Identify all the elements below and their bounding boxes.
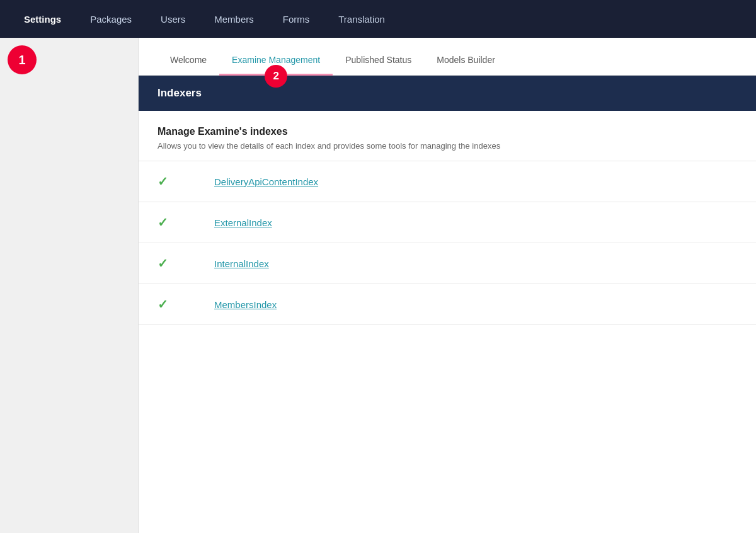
- indexers-header: Indexers: [139, 76, 756, 111]
- table-row: ✓ DeliveryApiContentIndex: [139, 161, 756, 202]
- sidebar-step-badge: 1: [8, 45, 37, 74]
- manage-description: Allows you to view the details of each i…: [158, 141, 737, 151]
- nav-item-translation[interactable]: Translation: [327, 9, 396, 30]
- tab-nav: Welcome Examine Management 2 Published S…: [139, 38, 756, 76]
- tab-welcome[interactable]: Welcome: [158, 46, 219, 76]
- main-layout: 1 Welcome Examine Management 2 Published…: [0, 38, 756, 533]
- nav-item-users[interactable]: Users: [149, 9, 197, 30]
- nav-item-packages[interactable]: Packages: [79, 9, 143, 30]
- table-row: ✓ InternalIndex: [139, 243, 756, 284]
- index-link-members[interactable]: MembersIndex: [214, 299, 277, 310]
- check-icon: ✓: [158, 297, 176, 312]
- check-icon: ✓: [158, 174, 176, 189]
- index-link-internal[interactable]: InternalIndex: [214, 258, 269, 269]
- table-row: ✓ ExternalIndex: [139, 202, 756, 243]
- check-icon: ✓: [158, 256, 176, 271]
- content-area: Welcome Examine Management 2 Published S…: [139, 38, 756, 533]
- table-row: ✓ MembersIndex: [139, 284, 756, 325]
- step-badge-2: 2: [265, 65, 287, 88]
- tab-models-builder[interactable]: Models Builder: [424, 46, 508, 76]
- check-icon: ✓: [158, 215, 176, 230]
- description-section: Manage Examine's indexes Allows you to v…: [139, 111, 756, 161]
- tab-published-status[interactable]: Published Status: [333, 46, 424, 76]
- nav-item-members[interactable]: Members: [203, 9, 265, 30]
- index-link-delivery[interactable]: DeliveryApiContentIndex: [214, 176, 318, 187]
- manage-title: Manage Examine's indexes: [158, 126, 737, 137]
- sidebar: 1: [0, 38, 139, 533]
- top-nav: Settings Packages Users Members Forms Tr…: [0, 0, 756, 38]
- inner-content: Indexers Manage Examine's indexes Allows…: [139, 76, 756, 533]
- index-link-external[interactable]: ExternalIndex: [214, 217, 272, 228]
- indexers-title: Indexers: [158, 87, 202, 99]
- tab-examine-management[interactable]: Examine Management 2: [219, 46, 333, 76]
- nav-item-settings[interactable]: Settings: [13, 9, 72, 30]
- index-list: ✓ DeliveryApiContentIndex ✓ ExternalInde…: [139, 161, 756, 325]
- nav-item-forms[interactable]: Forms: [272, 9, 321, 30]
